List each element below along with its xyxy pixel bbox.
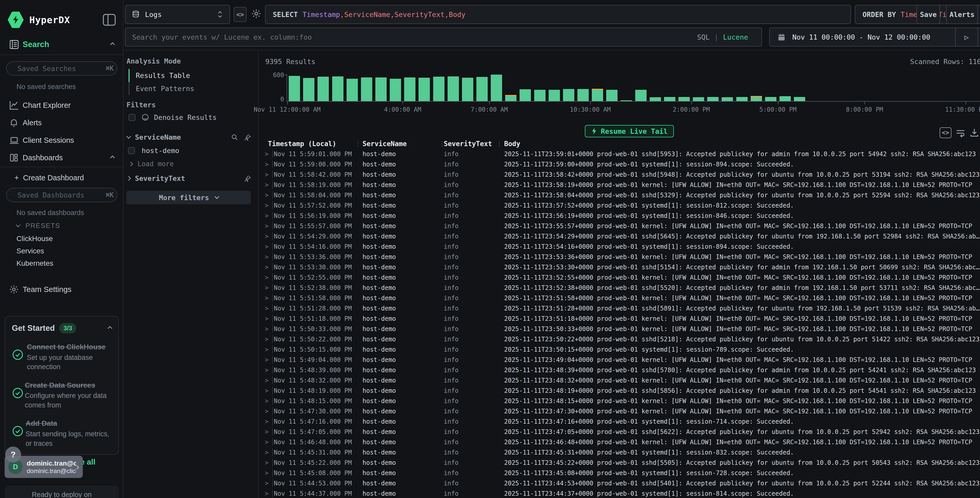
expand-row-icon[interactable]: > <box>265 253 268 260</box>
expand-row-icon[interactable]: > <box>265 449 268 456</box>
histogram-bar[interactable] <box>375 77 387 101</box>
log-row[interactable]: >Nov 11 5:51:28.000 PMhost-demoinfo2025-… <box>259 303 980 313</box>
histogram-bar[interactable] <box>289 76 300 101</box>
log-row[interactable]: >Nov 11 5:59:00.000 PMhost-demoinfo2025-… <box>259 159 980 169</box>
log-row[interactable]: >Nov 11 5:59:01.000 PMhost-demoinfo2025-… <box>259 149 980 159</box>
log-row[interactable]: >Nov 11 5:58:19.000 PMhost-demoinfo2025-… <box>259 180 980 190</box>
expand-row-icon[interactable]: > <box>265 387 268 394</box>
log-row[interactable]: >Nov 11 5:56:19.000 PMhost-demoinfo2025-… <box>259 211 980 221</box>
sidebar-item-search[interactable]: Search <box>0 38 123 51</box>
histogram-bar[interactable] <box>303 78 314 101</box>
expand-row-icon[interactable]: > <box>265 469 268 477</box>
expand-row-icon[interactable]: > <box>265 171 268 178</box>
mode-event-patterns[interactable]: Event Patterns <box>129 82 237 95</box>
log-row[interactable]: >Nov 11 5:48:15.000 PMhost-demoinfo2025-… <box>259 396 980 406</box>
sidebar-collapse-icon[interactable] <box>103 14 116 26</box>
get-started-step[interactable]: Connect to ClickHouse Set up your databa… <box>12 342 111 372</box>
event-search-bar[interactable]: SQL | Lucene <box>125 27 762 46</box>
log-row[interactable]: >Nov 11 5:58:04.000 PMhost-demoinfo2025-… <box>259 190 980 200</box>
histogram-bar[interactable] <box>794 97 805 101</box>
histogram-bar[interactable] <box>347 79 358 101</box>
expand-row-icon[interactable]: > <box>265 480 268 487</box>
expand-row-icon[interactable]: > <box>265 243 268 250</box>
pin-icon[interactable] <box>244 175 251 182</box>
load-more-button[interactable]: Load more <box>129 160 174 168</box>
expand-row-icon[interactable]: > <box>265 212 268 219</box>
log-row[interactable]: >Nov 11 5:50:15.000 PMhost-demoinfo2025-… <box>259 344 980 354</box>
histogram-bar[interactable] <box>606 90 617 101</box>
histogram-bar[interactable] <box>404 77 415 101</box>
log-row[interactable]: >Nov 11 5:53:36.000 PMhost-demoinfo2025-… <box>259 252 980 262</box>
log-row[interactable]: >Nov 11 5:57:52.000 PMhost-demoinfo2025-… <box>259 200 980 211</box>
expand-row-icon[interactable]: > <box>265 397 268 405</box>
preset-services[interactable]: Services <box>16 247 44 255</box>
log-row[interactable]: >Nov 11 5:47:16.000 PMhost-demoinfo2025-… <box>259 416 980 426</box>
log-row[interactable]: >Nov 11 5:48:32.000 PMhost-demoinfo2025-… <box>259 375 980 385</box>
sidebar-item-team-settings[interactable]: Team Settings <box>0 283 123 296</box>
filter-checkbox[interactable] <box>128 147 135 154</box>
log-row[interactable]: >Nov 11 5:44:37.000 PMhost-demoinfo2025-… <box>259 488 980 498</box>
histogram-bar[interactable] <box>678 97 690 101</box>
chevron-up-icon[interactable] <box>107 326 112 330</box>
expand-row-icon[interactable]: > <box>265 439 268 446</box>
expand-row-icon[interactable]: > <box>265 284 268 291</box>
resume-live-tail-button[interactable]: Resume Live Tail <box>585 125 674 137</box>
histogram-bar[interactable] <box>549 90 560 101</box>
expand-row-icon[interactable]: > <box>265 326 268 333</box>
sidebar-item-dashboards[interactable]: Dashboards <box>0 151 123 164</box>
histogram-bar[interactable] <box>318 77 329 101</box>
histogram-bar-warning[interactable] <box>592 89 603 90</box>
histogram-bar[interactable] <box>693 97 704 101</box>
expand-row-icon[interactable]: > <box>265 315 268 322</box>
expand-row-icon[interactable]: > <box>265 222 268 230</box>
histogram-bar[interactable] <box>433 77 444 101</box>
histogram-bar[interactable] <box>520 89 531 101</box>
sidebar-item-chart-explorer[interactable]: Chart Explorer <box>0 98 123 112</box>
more-filters-button[interactable]: More filters <box>126 191 251 204</box>
expand-row-icon[interactable]: > <box>265 377 268 384</box>
log-row[interactable]: >Nov 11 5:54:29.000 PMhost-demoinfo2025-… <box>259 231 980 241</box>
log-row[interactable]: >Nov 11 5:54:16.000 PMhost-demoinfo2025-… <box>259 241 980 252</box>
source-select[interactable]: Logs <box>125 5 230 24</box>
histogram-bar-warning[interactable] <box>751 96 762 97</box>
histogram-bar[interactable] <box>592 89 603 101</box>
expand-row-icon[interactable]: > <box>265 192 268 199</box>
saved-searches-search[interactable]: ⌘K <box>6 61 117 76</box>
histogram-bar[interactable] <box>332 77 344 101</box>
col-severitytext[interactable]: SeverityText <box>444 140 492 148</box>
histogram-bar[interactable] <box>736 97 748 101</box>
histogram-bar[interactable] <box>491 75 502 101</box>
event-search-input[interactable] <box>132 33 697 41</box>
histogram-bar[interactable] <box>664 97 675 101</box>
chevron-up-icon[interactable] <box>110 155 115 160</box>
expand-row-icon[interactable]: > <box>265 408 268 415</box>
download-button[interactable] <box>969 127 980 138</box>
histogram-bar[interactable] <box>505 96 517 101</box>
expand-row-icon[interactable]: > <box>265 202 268 209</box>
run-query-button[interactable]: ▷ <box>955 27 978 46</box>
histogram-bar[interactable] <box>390 79 401 101</box>
expand-row-icon[interactable]: > <box>265 161 268 168</box>
log-row[interactable]: >Nov 11 5:49:04.000 PMhost-demoinfo2025-… <box>259 354 980 365</box>
wrap-lines-button[interactable] <box>955 127 966 138</box>
denoise-row[interactable]: Denoise Results <box>129 113 217 121</box>
raw-mode-button[interactable]: <> <box>940 127 951 138</box>
histogram-bar[interactable] <box>620 100 632 101</box>
sql-option[interactable]: SQL <box>697 33 710 41</box>
presets-toggle[interactable]: PRESETS <box>16 222 60 230</box>
expand-row-icon[interactable]: > <box>265 150 268 158</box>
histogram-bar[interactable] <box>476 77 488 101</box>
log-row[interactable]: >Nov 11 5:52:38.000 PMhost-demoinfo2025-… <box>259 283 980 293</box>
expand-row-icon[interactable]: > <box>265 181 268 188</box>
histogram-bar[interactable] <box>563 89 574 101</box>
histogram-bar-warning[interactable] <box>505 95 517 96</box>
col-servicename[interactable]: ServiceName <box>363 140 407 148</box>
denoise-checkbox[interactable] <box>129 114 135 121</box>
expand-row-icon[interactable]: > <box>265 233 268 240</box>
expand-row-icon[interactable]: > <box>265 428 268 436</box>
query-settings-button[interactable] <box>250 8 262 19</box>
filter-group-servicename[interactable]: ServiceName <box>127 133 256 141</box>
log-row[interactable]: >Nov 11 5:52:55.000 PMhost-demoinfo2025-… <box>259 272 980 283</box>
histogram-bar[interactable] <box>650 97 661 101</box>
saved-searches-input[interactable] <box>18 65 106 73</box>
